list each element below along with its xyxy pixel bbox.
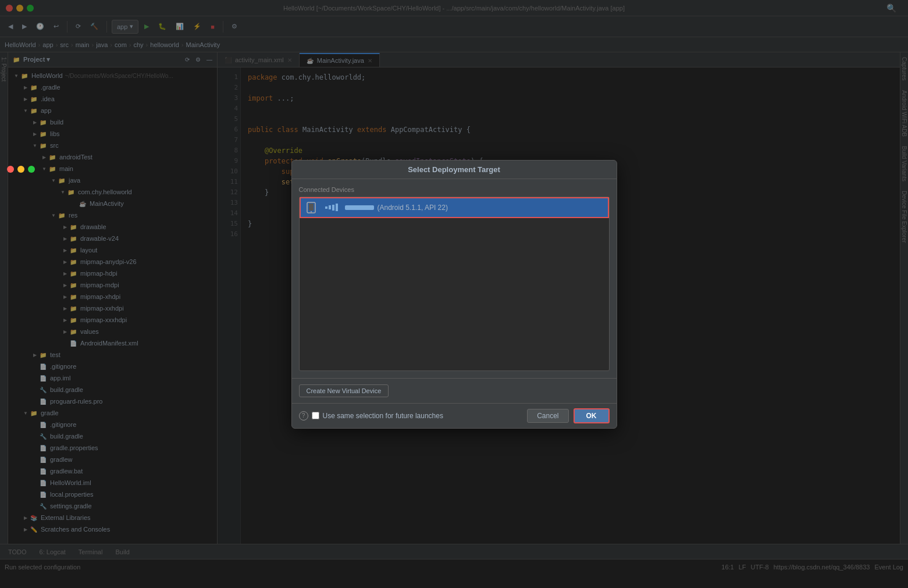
device-name: (Android 5.1.1, API 22) bbox=[378, 204, 448, 212]
modal-body: Connected Devices bbox=[292, 179, 617, 378]
modal-title-bar: Select Deployment Target bbox=[292, 161, 617, 179]
modal-maximize-button[interactable] bbox=[28, 166, 35, 173]
modal-close-button[interactable] bbox=[7, 166, 14, 173]
modal-title: Select Deployment Target bbox=[408, 165, 500, 174]
checkbox-label: Use same selection for future launches bbox=[323, 412, 443, 420]
select-deployment-dialog: Select Deployment Target Connected Devic… bbox=[291, 160, 617, 429]
help-icon[interactable]: ? bbox=[299, 411, 308, 420]
action-buttons: Cancel OK bbox=[527, 408, 609, 423]
same-selection-checkbox[interactable] bbox=[312, 412, 319, 419]
device-phone-icon bbox=[305, 202, 317, 213]
battery-indicator bbox=[345, 205, 374, 210]
svg-point-2 bbox=[311, 211, 312, 212]
modal-minimize-button[interactable] bbox=[17, 166, 24, 173]
ok-button[interactable]: OK bbox=[574, 408, 610, 423]
device-signal-bars bbox=[325, 204, 338, 211]
modal-actions: ? Use same selection for future launches… bbox=[292, 403, 617, 428]
create-new-virtual-device-button[interactable]: Create New Virtual Device bbox=[299, 384, 389, 397]
modal-footer: Create New Virtual Device bbox=[292, 378, 617, 403]
checkbox-row: ? Use same selection for future launches bbox=[299, 411, 443, 420]
svg-rect-1 bbox=[309, 204, 314, 211]
cancel-button[interactable]: Cancel bbox=[527, 409, 568, 423]
device-list[interactable]: (Android 5.1.1, API 22) bbox=[299, 197, 610, 371]
device-row-selected[interactable]: (Android 5.1.1, API 22) bbox=[300, 197, 609, 218]
connected-devices-label: Connected Devices bbox=[299, 186, 610, 193]
modal-overlay: Select Deployment Target Connected Devic… bbox=[0, 0, 908, 588]
